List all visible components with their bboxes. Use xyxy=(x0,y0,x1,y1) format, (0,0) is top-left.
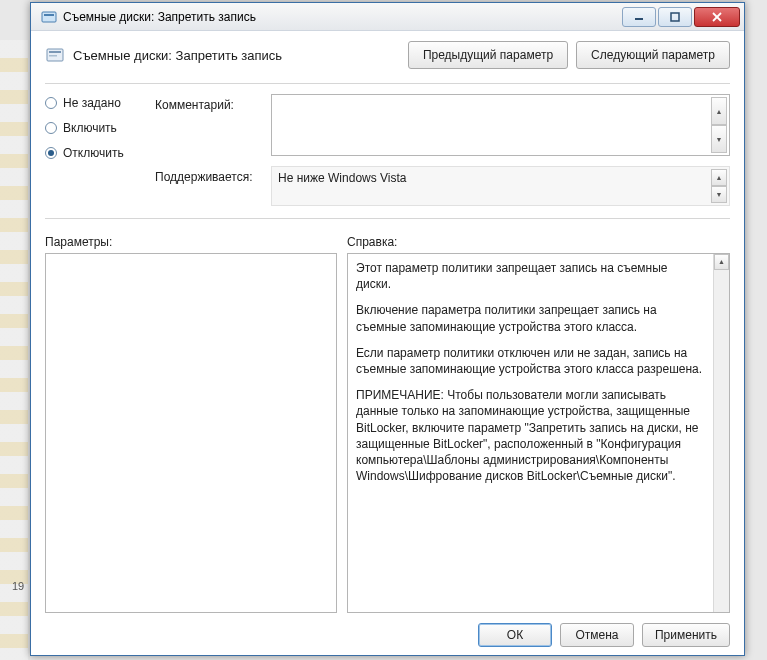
window-title: Съемные диски: Запретить запись xyxy=(63,10,620,24)
titlebar: Съемные диски: Запретить запись xyxy=(31,3,744,31)
upper-section: Не задано Включить Отключить Комментарий… xyxy=(45,94,730,214)
help-paragraph: ПРИМЕЧАНИЕ: Чтобы пользователи могли зап… xyxy=(356,387,705,484)
radio-label: Не задано xyxy=(63,96,121,110)
svg-rect-1 xyxy=(44,14,54,16)
radio-dot-icon xyxy=(45,97,57,109)
help-paragraph: Если параметр политики отключен или не з… xyxy=(356,345,705,377)
help-content: Этот параметр политики запрещает запись … xyxy=(356,260,721,484)
options-panel xyxy=(45,253,337,613)
divider xyxy=(45,218,730,219)
radio-label: Включить xyxy=(63,121,117,135)
maximize-button[interactable] xyxy=(658,7,692,27)
window-controls xyxy=(620,7,740,27)
close-button[interactable] xyxy=(694,7,740,27)
svg-rect-7 xyxy=(49,51,61,53)
help-scrollbar[interactable]: ▲ xyxy=(713,254,729,612)
policy-icon xyxy=(45,45,65,65)
previous-setting-button[interactable]: Предыдущий параметр xyxy=(408,41,568,69)
help-panel: Этот параметр политики запрещает запись … xyxy=(347,253,730,613)
svg-rect-3 xyxy=(671,13,679,21)
radio-disabled[interactable]: Отключить xyxy=(45,146,141,160)
background-folder-strip xyxy=(0,40,28,660)
divider xyxy=(45,83,730,84)
radio-not-configured[interactable]: Не задано xyxy=(45,96,141,110)
comment-row: Комментарий: ▲ ▼ xyxy=(155,94,730,156)
background-status-text: 19 xyxy=(12,580,24,592)
radio-dot-icon xyxy=(45,122,57,134)
help-paragraph: Этот параметр политики запрещает запись … xyxy=(356,260,705,292)
cancel-button[interactable]: Отмена xyxy=(560,623,634,647)
comment-spinner: ▲ ▼ xyxy=(711,97,727,153)
svg-rect-0 xyxy=(42,12,56,22)
field-column: Комментарий: ▲ ▼ Поддерживается: Не ниже… xyxy=(155,94,730,206)
header-row: Съемные диски: Запретить запись Предыдущ… xyxy=(45,41,730,79)
radio-dot-icon xyxy=(45,147,57,159)
spin-up-icon[interactable]: ▲ xyxy=(711,97,727,125)
help-paragraph: Включение параметра политики запрещает з… xyxy=(356,302,705,334)
options-label: Параметры: xyxy=(45,235,347,253)
supported-label: Поддерживается: xyxy=(155,166,265,206)
comment-label: Комментарий: xyxy=(155,94,265,156)
client-area: Съемные диски: Запретить запись Предыдущ… xyxy=(31,31,744,655)
policy-title: Съемные диски: Запретить запись xyxy=(73,48,400,63)
policy-editor-window: Съемные диски: Запретить запись Съемн xyxy=(30,2,745,656)
panel-labels-row: Параметры: Справка: xyxy=(45,235,730,253)
supported-row: Поддерживается: Не ниже Windows Vista ▲ … xyxy=(155,166,730,206)
state-radio-group: Не задано Включить Отключить xyxy=(45,94,141,206)
scroll-up-icon[interactable]: ▲ xyxy=(714,254,729,270)
minimize-button[interactable] xyxy=(622,7,656,27)
svg-rect-8 xyxy=(49,55,57,57)
ok-button[interactable]: ОК xyxy=(478,623,552,647)
spin-up-icon[interactable]: ▲ xyxy=(711,169,727,186)
radio-label: Отключить xyxy=(63,146,124,160)
spin-down-icon[interactable]: ▼ xyxy=(711,186,727,203)
supported-on-box: Не ниже Windows Vista ▲ ▼ xyxy=(271,166,730,206)
lower-section: Этот параметр политики запрещает запись … xyxy=(45,253,730,613)
window-icon xyxy=(41,9,57,25)
apply-button[interactable]: Применить xyxy=(642,623,730,647)
comment-textarea[interactable]: ▲ ▼ xyxy=(271,94,730,156)
next-setting-button[interactable]: Следующий параметр xyxy=(576,41,730,69)
supported-spinner: ▲ ▼ xyxy=(711,169,727,203)
radio-enabled[interactable]: Включить xyxy=(45,121,141,135)
supported-value: Не ниже Windows Vista xyxy=(278,171,407,185)
help-label: Справка: xyxy=(347,235,397,253)
dialog-footer: ОК Отмена Применить xyxy=(45,613,730,647)
spin-down-icon[interactable]: ▼ xyxy=(711,125,727,153)
